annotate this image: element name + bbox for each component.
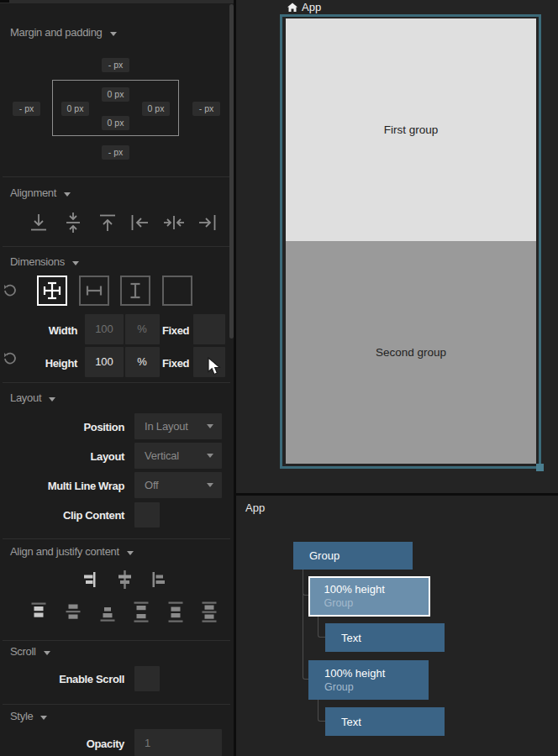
tree-node-text-1[interactable]: Text: [325, 623, 445, 652]
section-header-align-justify[interactable]: Align and justify content: [10, 546, 134, 558]
tree-panel-title: App: [245, 501, 265, 514]
tree-node-group[interactable]: Group: [293, 542, 413, 570]
justify-space-evenly-button[interactable]: [202, 601, 217, 623]
canvas-app-label: App: [302, 1, 321, 13]
tree-node-label: Text: [341, 716, 361, 728]
properties-panel: Margin and padding - px - px - px - px 0…: [0, 0, 234, 756]
section-header-margin-padding[interactable]: Margin and padding: [10, 27, 117, 39]
size-mode-width-height-button[interactable]: [37, 276, 67, 306]
width-value-input[interactable]: 100: [85, 314, 124, 344]
margin-right-input[interactable]: - px: [192, 102, 220, 116]
home-icon: [287, 3, 297, 13]
tree-node-text-2[interactable]: Text: [325, 707, 445, 736]
undo-icon: [3, 352, 17, 365]
second-group-text: Second group: [376, 346, 446, 359]
first-group[interactable]: First group: [286, 18, 536, 241]
tree-node-100-height-selected[interactable]: 100% height Group: [308, 576, 430, 617]
align-right-button[interactable]: [197, 212, 218, 234]
justify-bottom-icon: [100, 601, 115, 623]
tree-node-type: Group: [324, 597, 429, 609]
enable-scroll-checkbox[interactable]: [134, 666, 160, 691]
node-tree-panel: App Group 100% height Group Text 100% he…: [236, 496, 558, 756]
chevron-down-icon: [72, 261, 79, 265]
canvas-panel: App First group Second group: [236, 0, 558, 493]
section-title: Dimensions: [10, 256, 65, 268]
section-title: Scroll: [10, 646, 36, 658]
chevron-down-icon: [64, 192, 71, 197]
size-mode-width-button[interactable]: [79, 276, 109, 306]
padding-left-input[interactable]: 0 px: [61, 102, 89, 116]
justify-top-icon: [31, 601, 46, 623]
justify-space-between-button[interactable]: [134, 601, 149, 623]
chevron-down-icon: [207, 454, 213, 458]
position-value: In Layout: [145, 420, 188, 433]
margin-left-input[interactable]: - px: [13, 102, 40, 116]
align-content-center-button[interactable]: [118, 570, 131, 589]
chevron-down-icon: [207, 483, 213, 487]
tree-node-100-height-2[interactable]: 100% height Group: [308, 660, 429, 700]
opacity-label: Opacity: [34, 738, 124, 750]
justify-center-button[interactable]: [66, 601, 81, 623]
canvas-tree-divider[interactable]: [236, 493, 558, 496]
align-content-right-button[interactable]: [83, 572, 96, 587]
reset-height-button[interactable]: [3, 352, 17, 365]
section-header-dimensions[interactable]: Dimensions: [10, 256, 79, 268]
align-content-right-icon: [83, 572, 96, 587]
padding-top-input[interactable]: 0 px: [102, 87, 129, 102]
align-horizontal-center-icon: [163, 212, 185, 234]
align-bottom-icon: [28, 212, 50, 234]
second-group[interactable]: Second group: [286, 241, 536, 464]
chevron-down-icon: [207, 424, 213, 428]
align-bottom-button[interactable]: [28, 212, 50, 234]
justify-top-button[interactable]: [31, 601, 46, 623]
justify-space-evenly-icon: [202, 601, 217, 623]
align-content-left-icon: [152, 572, 165, 587]
width-fixed-checkbox[interactable]: [193, 314, 225, 344]
position-dropdown[interactable]: In Layout: [134, 413, 222, 439]
justify-bottom-button[interactable]: [100, 601, 115, 623]
section-title: Layout: [10, 392, 41, 404]
reset-dimensions-button[interactable]: [3, 284, 17, 297]
size-mode-content-button[interactable]: [162, 276, 192, 306]
padding-right-input[interactable]: 0 px: [142, 102, 170, 116]
size-mode-height-button[interactable]: [120, 276, 150, 306]
clip-content-checkbox[interactable]: [134, 502, 160, 528]
section-header-alignment[interactable]: Alignment: [10, 187, 71, 199]
multi-line-wrap-value: Off: [145, 479, 159, 491]
tree-connector: [318, 617, 325, 638]
align-vertical-center-button[interactable]: [62, 212, 84, 234]
opacity-input[interactable]: 1: [134, 729, 222, 756]
section-header-style[interactable]: Style: [10, 711, 47, 722]
height-label: Height: [17, 357, 77, 370]
canvas-app-breadcrumb[interactable]: App: [287, 1, 321, 13]
align-content-left-button[interactable]: [152, 572, 165, 587]
layout-dropdown[interactable]: Vertical: [134, 443, 222, 469]
multi-line-wrap-dropdown[interactable]: Off: [134, 472, 222, 498]
align-left-button[interactable]: [129, 212, 150, 234]
section-divider: [3, 640, 230, 641]
align-horizontal-center-button[interactable]: [163, 212, 185, 234]
height-icon: [124, 280, 146, 302]
section-divider: [3, 538, 230, 539]
chevron-down-icon: [110, 32, 117, 36]
tree-node-label: Group: [309, 549, 340, 562]
opacity-value: 1: [145, 737, 150, 749]
tree-node-label: 100% height: [324, 667, 429, 680]
justify-space-around-button[interactable]: [168, 601, 183, 623]
clip-content-label: Clip Content: [34, 509, 124, 522]
first-group-text: First group: [384, 123, 439, 136]
section-header-layout[interactable]: Layout: [10, 392, 55, 404]
margin-bottom-input[interactable]: - px: [102, 145, 129, 160]
margin-top-input[interactable]: - px: [102, 58, 129, 72]
align-content-center-icon: [118, 570, 131, 589]
section-header-scroll[interactable]: Scroll: [10, 646, 50, 658]
section-divider: [3, 704, 230, 705]
padding-bottom-input[interactable]: 0 px: [102, 116, 129, 130]
panel-scrollbar-thumb[interactable]: [229, 4, 234, 339]
align-right-icon: [197, 212, 218, 234]
align-left-icon: [129, 212, 150, 234]
align-top-button[interactable]: [97, 212, 118, 234]
layout-label: Layout: [34, 450, 124, 463]
frame-resize-handle[interactable]: [536, 464, 544, 471]
height-value-input[interactable]: 100: [85, 347, 124, 377]
